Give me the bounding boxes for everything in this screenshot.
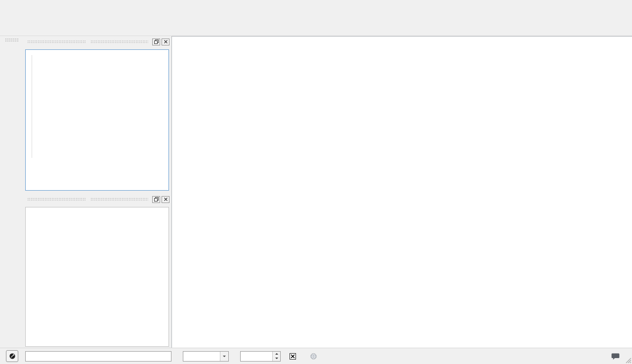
rotation-value [241, 352, 272, 361]
main-toolbar [0, 0, 632, 19]
browser-close-button[interactable] [162, 39, 169, 45]
left-dock [24, 36, 171, 348]
render-checkbox[interactable] [290, 353, 296, 360]
manage-layers-toolbar [0, 36, 24, 348]
rotation-spinbox[interactable] [240, 351, 281, 362]
browser-panel-titlebar [25, 38, 169, 46]
chevron-down-icon[interactable] [220, 352, 228, 361]
browser-tree [25, 49, 169, 191]
extents-icon [8, 352, 17, 361]
rotation-increment-button[interactable] [273, 352, 280, 357]
main-area [0, 36, 632, 348]
titlebar-texture [90, 40, 149, 43]
layers-float-button[interactable] [152, 196, 160, 203]
digitizing-labeling-toolbar [0, 19, 632, 36]
crs-status[interactable] [309, 352, 320, 361]
toggle-extents-button[interactable] [6, 350, 18, 362]
layers-panel-titlebar [25, 195, 169, 203]
browser-float-button[interactable] [152, 39, 160, 45]
layers-panel-toolbar [24, 204, 170, 206]
toolbar-drag-handle[interactable] [5, 38, 19, 41]
titlebar-texture [90, 198, 149, 201]
titlebar-texture [27, 198, 85, 201]
render-checkbox-group[interactable] [290, 353, 298, 360]
map-canvas[interactable] [172, 37, 632, 348]
titlebar-texture [27, 40, 85, 43]
scale-value [183, 352, 220, 361]
layers-close-button[interactable] [162, 196, 169, 203]
browser-panel-toolbar [24, 46, 170, 49]
scale-combobox[interactable] [183, 351, 229, 362]
layers-list [25, 207, 169, 347]
coordinate-input[interactable] [25, 351, 171, 362]
qgis-window [0, 0, 632, 364]
status-bar [0, 348, 632, 364]
resize-grip[interactable] [625, 357, 632, 364]
crs-globe-icon [309, 352, 318, 361]
map-canvas-container [171, 36, 632, 348]
log-messages-icon[interactable] [611, 352, 620, 361]
rotation-decrement-button[interactable] [273, 356, 280, 361]
dock-splitter[interactable] [24, 192, 170, 195]
